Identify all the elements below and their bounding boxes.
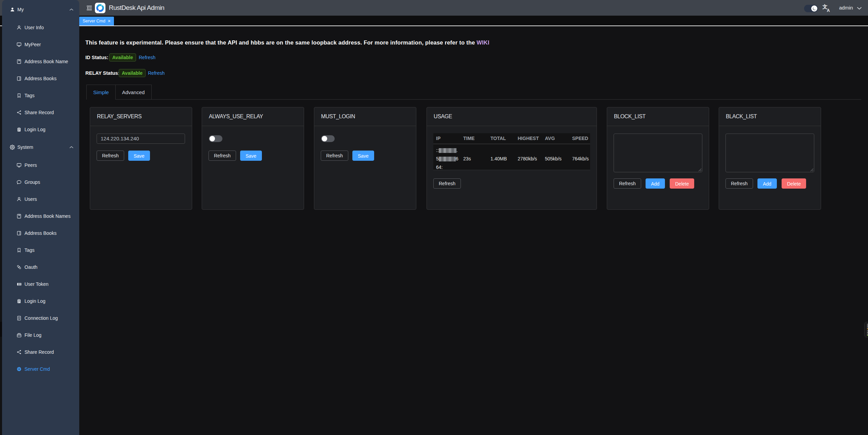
svg-text:A: A xyxy=(827,8,830,12)
